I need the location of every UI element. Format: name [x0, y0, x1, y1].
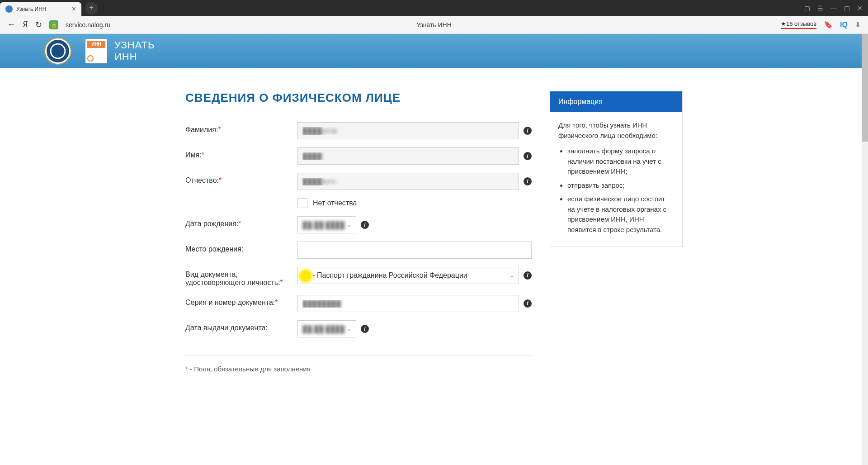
birthdate-row: Дата рождения:* ██.██.████ ⌄ i: [185, 216, 532, 233]
minimize-button[interactable]: —: [830, 5, 837, 12]
docnumber-info-icon[interactable]: i: [524, 299, 532, 308]
doctype-selected-value: 21 - Паспорт гражданина Российской Федер…: [302, 271, 467, 280]
scrollbar[interactable]: [862, 34, 868, 465]
browser-tab[interactable]: Узнать ИНН ×: [0, 2, 81, 16]
birthdate-input[interactable]: ██.██.████ ⌄: [297, 216, 356, 233]
tab-close-button[interactable]: ×: [72, 5, 76, 13]
surname-info-icon[interactable]: i: [524, 127, 532, 135]
info-heading: Информация: [550, 91, 682, 112]
info-intro: Для того, чтобы узнать ИНН физического л…: [558, 120, 674, 141]
patronymic-label: Отчество:*: [185, 173, 297, 185]
chevron-down-icon: ⌄: [347, 222, 351, 228]
chevron-down-icon: ⌄: [509, 272, 514, 279]
header-title-line1: УЗНАТЬ: [114, 39, 155, 51]
docdate-info-icon[interactable]: i: [361, 325, 369, 333]
docnumber-label: Серия и номер документа:*: [185, 295, 297, 307]
info-item: заполнить форму запроса о наличии постан…: [567, 146, 674, 177]
birthplace-label: Место рождения:: [185, 242, 297, 253]
browser-toolbar: ← Я ↻ 🔒 service.nalog.ru Узнать ИНН ★16 …: [0, 16, 868, 34]
toolbar-right: ★16 отзывов 🔖 IQ ⬇: [781, 20, 861, 29]
doctype-label: Вид документа, удостоверяющего личность:…: [185, 267, 297, 287]
back-button[interactable]: ←: [7, 20, 15, 29]
surname-label: Фамилия:*: [185, 122, 297, 134]
info-list: заполнить форму запроса о наличии постан…: [558, 146, 674, 235]
chrome-controls-right: ▢ ☰ — ▢ ✕: [804, 5, 868, 12]
section-title: СВЕДЕНИЯ О ФИЗИЧЕСКОМ ЛИЦЕ: [185, 91, 532, 105]
reload-button[interactable]: ↻: [35, 20, 42, 30]
docnumber-input[interactable]: [297, 295, 519, 312]
docdate-row: Дата выдачи документа: ██.██.████ ⌄ i: [185, 320, 532, 337]
info-item: отправить запрос;: [567, 180, 674, 191]
page-viewport: УЗНАТЬ ИНН СВЕДЕНИЯ О ФИЗИЧЕСКОМ ЛИЦЕ Фа…: [0, 34, 868, 465]
fns-logo-icon: [45, 38, 71, 64]
menu-icon[interactable]: ☰: [817, 5, 823, 12]
new-tab-button[interactable]: +: [85, 2, 98, 14]
page-title-center: Узнать ИНН: [416, 21, 452, 28]
doctype-info-icon[interactable]: i: [524, 271, 532, 280]
tab-favicon-icon: [5, 5, 13, 13]
birthdate-label: Дата рождения:*: [185, 216, 297, 228]
close-window-button[interactable]: ✕: [857, 5, 863, 12]
info-body: Для того, чтобы узнать ИНН физического л…: [550, 112, 682, 247]
docdate-label: Дата выдачи документа:: [185, 320, 297, 332]
info-box: Информация Для того, чтобы узнать ИНН фи…: [550, 91, 683, 247]
form-divider: [185, 356, 532, 356]
inn-document-icon: [85, 39, 107, 63]
required-footnote: * - Поля, обязательные для заполнения: [185, 365, 532, 373]
docdate-input[interactable]: ██.██.████ ⌄: [297, 320, 356, 337]
tab-title: Узнать ИНН: [16, 6, 68, 12]
name-info-icon[interactable]: i: [524, 152, 532, 160]
surname-input[interactable]: [297, 122, 519, 139]
name-row: Имя:* i: [185, 147, 532, 165]
birthplace-row: Место рождения:: [185, 242, 532, 259]
no-patronymic-checkbox[interactable]: [297, 198, 307, 208]
name-label: Имя:*: [185, 147, 297, 159]
form-column: СВЕДЕНИЯ О ФИЗИЧЕСКОМ ЛИЦЕ Фамилия:* i И…: [185, 91, 532, 373]
no-patronymic-label: Нет отчества: [313, 199, 357, 207]
reviews-badge[interactable]: ★16 отзывов: [781, 20, 816, 29]
patronymic-info-icon[interactable]: i: [524, 177, 532, 185]
birthdate-info-icon[interactable]: i: [361, 221, 369, 229]
logo-divider: [78, 40, 78, 62]
download-icon[interactable]: ⬇: [855, 20, 861, 29]
birthplace-input[interactable]: [297, 242, 532, 259]
iq-icon[interactable]: IQ: [840, 21, 848, 29]
header-title-line2: ИНН: [114, 51, 155, 63]
header-title: УЗНАТЬ ИНН: [114, 39, 155, 63]
url-bar[interactable]: service.nalog.ru: [66, 21, 110, 28]
info-item: если физическое лицо состоит на учете в …: [567, 194, 674, 235]
no-patronymic-checkbox-wrap: Нет отчества: [297, 198, 357, 208]
lock-icon[interactable]: 🔒: [49, 20, 58, 29]
doctype-row: Вид документа, удостоверяющего личность:…: [185, 267, 532, 287]
name-input[interactable]: [297, 147, 519, 165]
surname-row: Фамилия:* i: [185, 122, 532, 139]
collections-icon[interactable]: ▢: [804, 5, 810, 12]
page-header: УЗНАТЬ ИНН: [0, 34, 868, 68]
doctype-select[interactable]: 21 - Паспорт гражданина Российской Федер…: [297, 267, 519, 284]
info-sidebar: Информация Для того, чтобы узнать ИНН фи…: [550, 91, 683, 373]
patronymic-input[interactable]: [297, 173, 519, 190]
window-controls: — ▢ ✕: [830, 5, 863, 12]
bookmark-icon[interactable]: 🔖: [824, 20, 833, 29]
browser-chrome: Узнать ИНН × + ▢ ☰ — ▢ ✕: [0, 0, 868, 16]
docnumber-row: Серия и номер документа:* i: [185, 295, 532, 312]
tab-bar: Узнать ИНН × +: [0, 0, 98, 16]
yandex-button[interactable]: Я: [23, 20, 28, 29]
patronymic-row: Отчество:* i Нет отчества: [185, 173, 532, 208]
chevron-down-icon: ⌄: [347, 326, 351, 332]
maximize-button[interactable]: ▢: [844, 5, 850, 12]
